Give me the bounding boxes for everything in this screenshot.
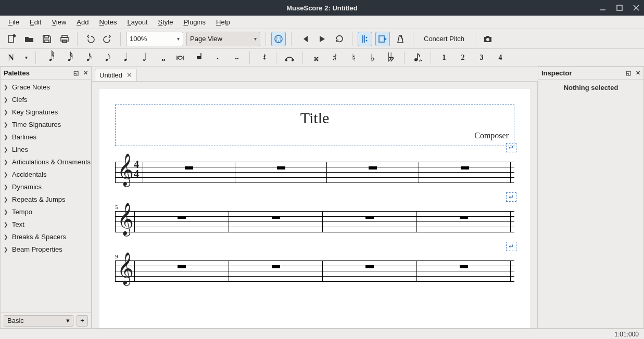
palette-item[interactable]: ❯Text bbox=[1, 218, 91, 230]
new-score-button[interactable] bbox=[4, 32, 19, 46]
add-workspace-button[interactable]: + bbox=[77, 315, 88, 327]
canvas[interactable]: Title Composer ↵𝄞445↵𝄞9↵𝄞 bbox=[92, 81, 538, 329]
palette-item[interactable]: ❯Dynamics bbox=[1, 180, 91, 193]
undo-button[interactable] bbox=[83, 32, 97, 46]
palette-item[interactable]: ❯Accidentals bbox=[1, 168, 91, 180]
whole-rest[interactable] bbox=[272, 216, 280, 219]
note-8th-button[interactable]: 𝅘𝅥𝅮 bbox=[98, 51, 112, 64]
note-whole-button[interactable]: 𝅝 bbox=[155, 51, 168, 64]
note-half-button[interactable]: 𝅗𝅥 bbox=[136, 51, 149, 64]
treble-clef-icon[interactable]: 𝄞 bbox=[117, 155, 134, 184]
score-title[interactable]: Title bbox=[121, 109, 509, 127]
menu-style[interactable]: Style bbox=[153, 17, 178, 28]
whole-rest[interactable] bbox=[369, 166, 377, 170]
play-button[interactable] bbox=[314, 32, 329, 46]
voice-2-button[interactable]: 2 bbox=[456, 51, 470, 64]
double-dot-button[interactable]: .. bbox=[230, 49, 243, 62]
note-input-button[interactable]: N bbox=[4, 51, 18, 64]
palette-item[interactable]: ❯Grace Notes bbox=[1, 81, 91, 93]
palette-item[interactable]: ❯Lines bbox=[1, 143, 91, 155]
dot-button[interactable]: . bbox=[211, 49, 224, 62]
double-flat-button[interactable]: 𝄫 bbox=[384, 51, 398, 64]
palette-item[interactable]: ❯Tempo bbox=[1, 205, 91, 218]
staff-system[interactable]: 5↵𝄞 bbox=[115, 211, 514, 232]
undock-icon[interactable]: ◱ bbox=[72, 70, 80, 77]
note-64th-button[interactable]: 𝅘𝅥𝅱 bbox=[42, 51, 56, 64]
tie-button[interactable] bbox=[283, 51, 296, 64]
rewind-button[interactable] bbox=[297, 32, 311, 46]
whole-rest[interactable] bbox=[272, 265, 280, 268]
loop-button[interactable] bbox=[332, 32, 347, 46]
concert-pitch-button[interactable]: Concert Pitch bbox=[419, 32, 470, 46]
undock-icon[interactable]: ◱ bbox=[625, 70, 632, 77]
voice-4-button[interactable]: 4 bbox=[494, 51, 507, 64]
window-maximize-icon[interactable] bbox=[616, 4, 623, 11]
whole-rest[interactable] bbox=[178, 265, 186, 268]
menu-add[interactable]: Add bbox=[71, 17, 94, 28]
whole-rest[interactable] bbox=[461, 166, 469, 170]
open-button[interactable] bbox=[22, 32, 36, 46]
menu-view[interactable]: View bbox=[46, 17, 71, 28]
treble-clef-icon[interactable]: 𝄞 bbox=[117, 254, 134, 282]
flat-button[interactable]: ♭ bbox=[365, 51, 379, 64]
window-close-icon[interactable] bbox=[633, 4, 640, 11]
menu-plugins[interactable]: Plugins bbox=[178, 17, 211, 28]
system-break-icon[interactable]: ↵ bbox=[506, 143, 516, 152]
print-button[interactable] bbox=[57, 32, 72, 46]
note-16th-button[interactable]: 𝅘𝅥𝅯 bbox=[80, 51, 93, 64]
redo-button[interactable] bbox=[100, 32, 115, 46]
time-signature[interactable]: 44 bbox=[134, 160, 139, 178]
whole-rest[interactable] bbox=[460, 265, 468, 268]
image-capture-button[interactable] bbox=[481, 32, 495, 46]
whole-rest[interactable] bbox=[460, 216, 468, 219]
system-break-icon[interactable]: ↵ bbox=[506, 242, 516, 251]
voice-3-button[interactable]: 3 bbox=[475, 51, 488, 64]
play-repeats-button[interactable] bbox=[358, 32, 372, 46]
rest-button[interactable]: 𝄽 bbox=[256, 51, 270, 64]
whole-rest[interactable] bbox=[277, 166, 285, 170]
close-panel-icon[interactable]: ✕ bbox=[634, 70, 641, 77]
whole-rest[interactable] bbox=[365, 265, 374, 268]
staff-system[interactable]: 9↵𝄞 bbox=[115, 260, 514, 281]
palette-item[interactable]: ❯Breaks & Spacers bbox=[1, 230, 91, 243]
note-input-chevron-icon[interactable]: ▾ bbox=[23, 51, 29, 64]
view-mode-dropdown[interactable]: Page View ▾ bbox=[186, 32, 260, 46]
metronome-button[interactable] bbox=[393, 32, 408, 46]
palette-item[interactable]: ❯Barlines bbox=[1, 131, 91, 143]
close-tab-icon[interactable]: ✕ bbox=[127, 71, 132, 79]
palette-item[interactable]: ❯Beam Properties bbox=[1, 243, 91, 255]
note-32nd-button[interactable]: 𝅘𝅥𝅰 bbox=[61, 51, 74, 64]
menu-help[interactable]: Help bbox=[211, 17, 235, 28]
whole-rest[interactable] bbox=[185, 166, 193, 170]
system-break-icon[interactable]: ↵ bbox=[506, 192, 516, 202]
note-longa-button[interactable] bbox=[192, 51, 206, 64]
save-button[interactable] bbox=[40, 32, 54, 46]
palette-item[interactable]: ❯Time Signatures bbox=[1, 118, 91, 131]
workspace-dropdown[interactable]: Basic ▾ bbox=[4, 315, 73, 327]
whole-rest[interactable] bbox=[178, 216, 186, 219]
palette-item[interactable]: ❯Clefs bbox=[1, 93, 91, 106]
note-quarter-button[interactable]: 𝅘𝅥 bbox=[117, 51, 131, 64]
palette-item[interactable]: ❯Articulations & Ornaments bbox=[1, 155, 91, 168]
palette-item[interactable]: ❯Key Signatures bbox=[1, 106, 91, 118]
score-composer[interactable]: Composer bbox=[121, 131, 509, 140]
window-minimize-icon[interactable] bbox=[599, 4, 607, 11]
double-sharp-button[interactable]: 𝄪 bbox=[309, 51, 323, 64]
note-breve-button[interactable] bbox=[173, 51, 187, 64]
menu-notes[interactable]: Notes bbox=[94, 17, 122, 28]
midi-input-button[interactable] bbox=[271, 32, 286, 46]
close-panel-icon[interactable]: ✕ bbox=[82, 70, 89, 77]
treble-clef-icon[interactable]: 𝄞 bbox=[117, 205, 134, 233]
staff-system[interactable]: ↵𝄞44 bbox=[115, 162, 514, 182]
tab-score[interactable]: Untitled ✕ bbox=[95, 69, 137, 81]
menu-edit[interactable]: Edit bbox=[24, 17, 46, 28]
title-frame[interactable]: Title Composer bbox=[115, 105, 514, 146]
voice-1-button[interactable]: 1 bbox=[437, 51, 451, 64]
menu-layout[interactable]: Layout bbox=[122, 17, 153, 28]
palette-item[interactable]: ❯Repeats & Jumps bbox=[1, 193, 91, 205]
natural-button[interactable]: ♮ bbox=[347, 51, 360, 64]
menu-file[interactable]: File bbox=[3, 17, 24, 28]
sharp-button[interactable]: ♯ bbox=[328, 51, 342, 64]
pan-playback-button[interactable] bbox=[375, 32, 390, 46]
whole-rest[interactable] bbox=[365, 216, 374, 219]
